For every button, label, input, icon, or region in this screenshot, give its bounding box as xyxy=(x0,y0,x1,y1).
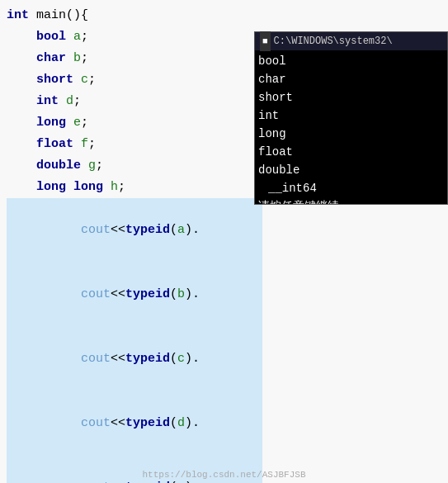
terminal-output-float: float xyxy=(258,143,444,161)
code-line-1: int main(){ xyxy=(7,5,448,26)
terminal-title: C:\WINDOWS\system32\ xyxy=(274,32,393,50)
code-line-10: cout<<typeid(a). xyxy=(7,198,448,263)
keyword-int: int xyxy=(7,5,29,26)
terminal-output-double: double xyxy=(258,161,444,179)
terminal-body: bool char short int long float double __… xyxy=(255,50,447,204)
terminal-output-int64: __int64 xyxy=(258,179,444,197)
terminal-output-char: char xyxy=(258,70,444,88)
terminal-output-int: int xyxy=(258,107,444,125)
terminal-titlebar: ■ C:\WINDOWS\system32\ xyxy=(255,32,447,50)
terminal-window: ■ C:\WINDOWS\system32\ bool char short i… xyxy=(254,31,448,205)
code-line-13: cout<<typeid(d). xyxy=(7,391,448,456)
terminal-icon: ■ xyxy=(260,31,271,51)
terminal-output-long: long xyxy=(258,125,444,143)
terminal-output-bool: bool xyxy=(258,52,444,70)
terminal-output-prompt: 请按任意键继续. . . xyxy=(258,197,444,204)
watermark: https://blog.csdn.net/ASJBFJSB xyxy=(142,470,305,480)
code-line-12: cout<<typeid(c). xyxy=(7,327,448,391)
code-line-11: cout<<typeid(b). xyxy=(7,263,448,327)
terminal-output-short: short xyxy=(258,88,444,107)
